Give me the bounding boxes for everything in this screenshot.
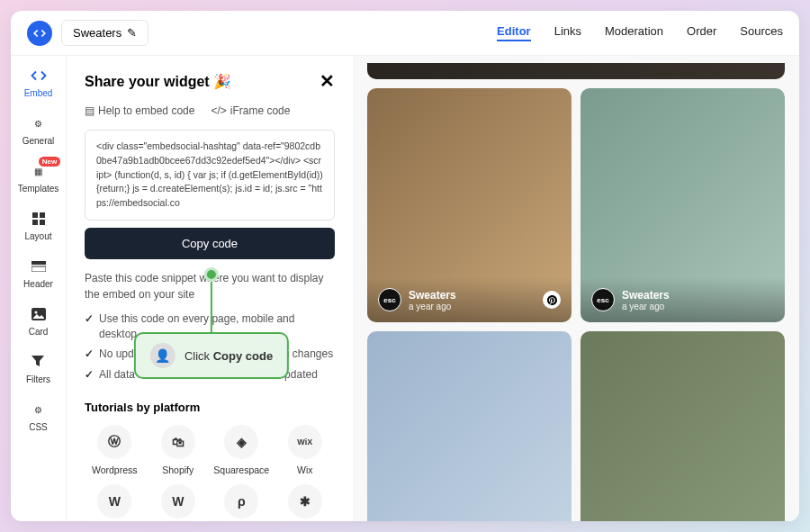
platform-label: Wordpress [92, 464, 138, 475]
nav-moderation[interactable]: Moderation [605, 24, 663, 41]
sidebar-general[interactable]: ⚙ General [22, 114, 55, 146]
platform-wordpress[interactable]: ⓦWordpress [85, 425, 145, 475]
guide-tooltip: 👤 Click Copy code [134, 267, 289, 379]
platform-icon: W [97, 484, 131, 518]
close-icon[interactable]: ✕ [320, 70, 335, 92]
copy-code-button[interactable]: Copy code [85, 228, 335, 259]
svg-point-7 [34, 311, 37, 314]
card-title: Sweaters [409, 289, 456, 302]
pencil-icon: ✎ [127, 26, 137, 40]
embed-code-box[interactable]: <div class="embedsocial-hashtag" data-re… [85, 130, 335, 221]
platforms-grid: ⓦWordpress🛍Shopify◈SquarespaceWiXWixWWeb… [85, 425, 335, 521]
platform-icon: 🛍 [161, 425, 195, 459]
card-title: Sweaters [622, 289, 670, 302]
tab-iframe[interactable]: </> iFrame code [211, 104, 290, 117]
doc-icon: ▤ [85, 104, 94, 117]
sidebar-header[interactable]: Header [23, 257, 53, 289]
sidebar: Embed ⚙ General New ▦ Templates Layout H… [11, 56, 67, 521]
topbar: Sweaters ✎ Editor Links Moderation Order… [11, 11, 799, 56]
platform-wix[interactable]: WiXWix [275, 425, 336, 475]
gear-icon: ⚙ [30, 401, 48, 419]
card-timestamp: a year ago [622, 302, 670, 311]
platform-shopify[interactable]: 🛍Shopify [148, 425, 209, 475]
panel-title: Share your widget 🎉 [85, 73, 231, 90]
platform-pagecloud[interactable]: ρPageCloud [212, 484, 272, 521]
svg-rect-2 [32, 220, 38, 225]
app-logo[interactable] [27, 21, 52, 46]
widget-title-pill[interactable]: Sweaters ✎ [61, 20, 148, 46]
avatar: esc [591, 288, 615, 311]
top-nav: Editor Links Moderation Order Sources [497, 24, 783, 41]
platform-label: Squarespace [213, 464, 269, 475]
feed-card[interactable]: esc Sweaters a year ago [580, 88, 785, 322]
feed-card[interactable]: esc Sweaters a year ago [367, 331, 572, 521]
platform-icon: ✱ [288, 484, 322, 518]
preview-area: esc Sweaters a year ago esc Sweaters a y… [353, 56, 799, 521]
platform-zapier[interactable]: ✱Zapier [275, 484, 336, 521]
pinterest-icon [543, 291, 561, 309]
svg-rect-4 [32, 261, 46, 265]
platform-label: Wix [297, 464, 313, 475]
code-icon [30, 67, 48, 85]
platform-squarespace[interactable]: ◈Squarespace [212, 425, 272, 475]
layout-icon [30, 210, 48, 228]
sidebar-filters[interactable]: Filters [26, 353, 50, 384]
sidebar-card[interactable]: Card [29, 305, 49, 337]
sidebar-templates[interactable]: New ▦ Templates [18, 162, 59, 194]
card-timestamp: a year ago [409, 302, 456, 311]
nav-sources[interactable]: Sources [740, 24, 783, 41]
platform-icon: W [161, 484, 195, 518]
tutorials-heading: Tutorials by platform [85, 401, 335, 414]
platform-icon: ◈ [224, 425, 258, 459]
svg-rect-3 [40, 220, 45, 225]
svg-rect-1 [40, 212, 45, 218]
platform-weebly[interactable]: WWeebly [148, 484, 209, 521]
tab-help-embed[interactable]: ▤ Help to embed code [85, 104, 194, 117]
svg-rect-5 [32, 266, 46, 272]
platform-icon: WiX [288, 425, 322, 459]
preview-strip [367, 63, 785, 79]
image-icon [30, 305, 48, 323]
platform-icon: ⓦ [97, 425, 131, 459]
sidebar-css[interactable]: ⚙ CSS [29, 401, 48, 432]
gear-icon: ⚙ [29, 114, 47, 132]
avatar: 👤 [150, 343, 176, 368]
nav-order[interactable]: Order [687, 24, 716, 41]
new-badge: New [39, 157, 60, 167]
nav-editor[interactable]: Editor [497, 24, 531, 41]
header-icon [30, 257, 48, 275]
sidebar-embed[interactable]: Embed [24, 67, 53, 98]
platform-webflow[interactable]: WWebflow [85, 484, 145, 521]
platform-label: Shopify [162, 464, 194, 475]
svg-rect-0 [32, 212, 38, 218]
avatar: esc [378, 288, 401, 311]
filter-icon [29, 353, 47, 371]
sidebar-layout[interactable]: Layout [24, 210, 51, 241]
widget-title: Sweaters [73, 26, 122, 40]
feed-card[interactable]: esc Sweaters a year ago [580, 331, 785, 521]
platform-icon: ρ [224, 484, 258, 518]
feed-card[interactable]: esc Sweaters a year ago [367, 88, 572, 322]
tooltip-dot [204, 267, 219, 282]
code-icon: </> [211, 104, 226, 117]
nav-links[interactable]: Links [554, 24, 581, 41]
